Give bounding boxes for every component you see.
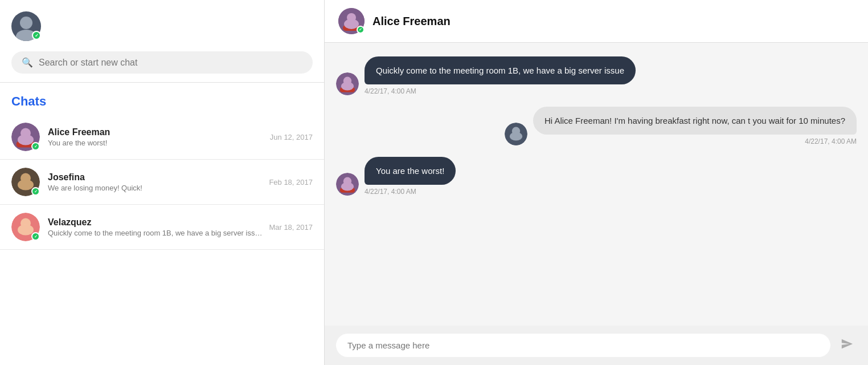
search-input[interactable] (39, 58, 302, 68)
msg-bubble-2: You are the worst! (365, 157, 456, 185)
chat-header: Alice Freeman (325, 0, 868, 43)
chat-info-0: Alice Freeman You are the worst! (48, 127, 264, 147)
msg-avatar-1 (505, 123, 527, 145)
chat-info-1: Josefina We are losing money! Quick! (48, 172, 263, 192)
chat-time-0: Jun 12, 2017 (270, 133, 313, 141)
chat-name-2: Velazquez (48, 217, 263, 228)
chat-preview-1: We are losing money! Quick! (48, 184, 263, 192)
message-input-wrap[interactable] (336, 334, 830, 357)
msg-avatar-0 (336, 72, 359, 95)
svg-point-11 (18, 225, 34, 236)
message-row-0: Quickly come to the meeting room 1B, we … (336, 56, 857, 95)
msg-time-0: 4/22/17, 4:00 AM (365, 87, 636, 95)
msg-avatar-2 (336, 173, 359, 196)
chat-badge-1 (31, 187, 40, 196)
svg-point-26 (341, 182, 354, 190)
sidebar-header: 🔍 (0, 0, 324, 82)
chat-item-2[interactable]: Velazquez Quickly come to the meeting ro… (0, 205, 324, 250)
msg-time-1: 4/22/17, 4:00 AM (805, 137, 857, 145)
message-input[interactable] (347, 340, 819, 350)
current-user-avatar-area (11, 11, 41, 41)
chat-item-1[interactable]: Josefina We are losing money! Quick! Feb… (0, 160, 324, 205)
chat-name-1: Josefina (48, 172, 263, 182)
msg-content-0: Quickly come to the meeting room 1B, we … (365, 56, 636, 95)
active-chat-online-badge (357, 26, 365, 34)
sidebar: 🔍 Chats Alice Freeman You are the worst!… (0, 0, 325, 365)
chats-section-label: Chats (0, 83, 324, 115)
svg-point-8 (18, 180, 34, 190)
message-row-1: Hi Alice Freeman! I'm having breakfast r… (336, 107, 857, 145)
send-button[interactable] (837, 334, 857, 357)
active-chat-name: Alice Freeman (372, 15, 451, 28)
chat-avatar-0 (11, 123, 40, 151)
chat-list: Alice Freeman You are the worst! Jun 12,… (0, 115, 324, 365)
chat-avatar-1 (11, 168, 40, 196)
current-user-online-badge (32, 31, 41, 40)
search-icon: 🔍 (22, 57, 33, 68)
chat-input-area (325, 326, 868, 365)
search-bar[interactable]: 🔍 (11, 51, 313, 74)
chat-time-2: Mar 18, 2017 (269, 223, 313, 232)
chat-time-1: Feb 18, 2017 (269, 178, 313, 186)
chat-preview-2: Quickly come to the meeting room 1B, we … (48, 229, 263, 237)
message-row-2: You are the worst! 4/22/17, 4:00 AM (336, 157, 857, 196)
chat-item-0[interactable]: Alice Freeman You are the worst! Jun 12,… (0, 115, 324, 160)
msg-content-1: Hi Alice Freeman! I'm having breakfast r… (533, 107, 857, 145)
chat-badge-0 (31, 142, 40, 151)
msg-bubble-1: Hi Alice Freeman! I'm having breakfast r… (533, 107, 857, 135)
chat-badge-2 (31, 232, 40, 241)
svg-point-5 (18, 135, 34, 145)
messages-area: Quickly come to the meeting room 1B, we … (325, 43, 868, 326)
chat-header-avatar (338, 8, 365, 34)
chat-avatar-2 (11, 213, 40, 241)
msg-time-2: 4/22/17, 4:00 AM (365, 188, 456, 196)
svg-point-0 (20, 17, 32, 29)
chat-preview-0: You are the worst! (48, 139, 264, 147)
chat-panel: Alice Freeman Quickly come to the meetin… (325, 0, 868, 365)
chat-name-0: Alice Freeman (48, 127, 264, 137)
chat-info-2: Velazquez Quickly come to the meeting ro… (48, 217, 263, 237)
msg-bubble-0: Quickly come to the meeting room 1B, we … (365, 56, 636, 84)
msg-content-2: You are the worst! 4/22/17, 4:00 AM (365, 157, 456, 196)
svg-point-22 (510, 132, 522, 140)
svg-point-19 (341, 82, 354, 90)
